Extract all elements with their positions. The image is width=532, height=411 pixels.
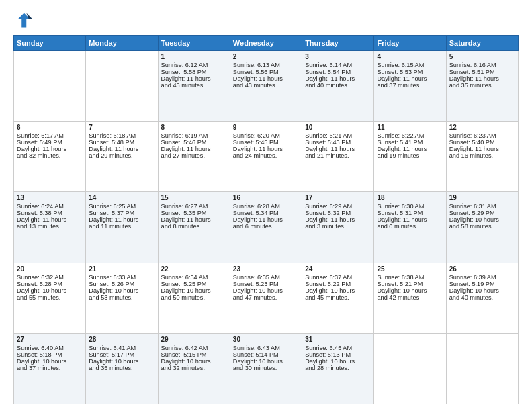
calendar-cell: 16Sunrise: 6:28 AMSunset: 5:34 PMDayligh… — [230, 192, 302, 263]
logo — [13, 11, 35, 30]
day-number: 14 — [89, 194, 154, 201]
day-detail: Sunset: 5:48 PM — [89, 139, 154, 146]
calendar-cell: 23Sunrise: 6:35 AMSunset: 5:23 PMDayligh… — [230, 263, 302, 333]
day-number: 30 — [233, 336, 299, 343]
day-detail: Daylight: 11 hours — [161, 75, 227, 82]
calendar-cell: 30Sunrise: 6:43 AMSunset: 5:14 PMDayligh… — [230, 333, 302, 404]
day-number: 13 — [17, 194, 83, 201]
day-number: 9 — [233, 124, 299, 131]
logo-icon — [13, 11, 32, 30]
day-detail: Daylight: 10 hours — [89, 358, 154, 365]
day-detail: Daylight: 11 hours — [17, 216, 83, 223]
day-detail: Sunset: 5:28 PM — [17, 281, 83, 287]
day-detail: Daylight: 11 hours — [161, 216, 227, 223]
day-detail: Sunrise: 6:31 AM — [449, 203, 515, 210]
day-detail: and 58 minutes. — [449, 223, 515, 230]
day-number: 25 — [377, 265, 443, 273]
day-detail: Daylight: 11 hours — [17, 146, 83, 152]
calendar-table: SundayMondayTuesdayWednesdayThursdayFrid… — [13, 35, 519, 404]
day-detail: Sunset: 5:37 PM — [89, 210, 154, 216]
day-detail: Sunrise: 6:43 AM — [233, 345, 299, 351]
day-detail: and 45 minutes. — [161, 82, 227, 89]
day-detail: Sunrise: 6:20 AM — [233, 132, 299, 139]
calendar-cell: 9Sunrise: 6:20 AMSunset: 5:45 PMDaylight… — [230, 122, 302, 192]
calendar-cell: 21Sunrise: 6:33 AMSunset: 5:26 PMDayligh… — [86, 263, 158, 333]
day-number: 17 — [305, 194, 371, 201]
day-detail: Sunset: 5:34 PM — [233, 210, 299, 216]
day-number: 12 — [449, 124, 515, 131]
day-detail: Daylight: 10 hours — [89, 287, 154, 294]
day-detail: Daylight: 11 hours — [233, 75, 299, 82]
day-detail: Daylight: 11 hours — [89, 216, 154, 223]
day-detail: Sunrise: 6:32 AM — [17, 274, 83, 281]
day-detail: Sunset: 5:46 PM — [161, 139, 227, 146]
calendar-cell: 5Sunrise: 6:16 AMSunset: 5:51 PMDaylight… — [446, 51, 518, 122]
calendar-cell: 7Sunrise: 6:18 AMSunset: 5:48 PMDaylight… — [86, 122, 158, 192]
day-number: 2 — [233, 53, 299, 60]
day-detail: Sunrise: 6:30 AM — [377, 203, 443, 210]
day-detail: Sunset: 5:26 PM — [89, 281, 154, 287]
day-number: 3 — [305, 53, 371, 60]
calendar-cell: 2Sunrise: 6:13 AMSunset: 5:56 PMDaylight… — [230, 51, 302, 122]
day-detail: Sunset: 5:21 PM — [377, 281, 443, 287]
day-detail: and 40 minutes. — [305, 82, 371, 89]
day-detail: and 0 minutes. — [377, 223, 443, 230]
day-detail: Sunrise: 6:41 AM — [89, 345, 154, 351]
day-number: 18 — [377, 194, 443, 201]
day-detail: Sunrise: 6:34 AM — [161, 274, 227, 281]
day-number: 8 — [161, 124, 227, 131]
day-detail: Sunset: 5:25 PM — [161, 281, 227, 287]
day-detail: Sunset: 5:15 PM — [161, 351, 227, 358]
day-detail: Sunset: 5:19 PM — [449, 281, 515, 287]
calendar-cell — [86, 51, 158, 122]
day-detail: and 28 minutes. — [305, 365, 371, 371]
day-detail: and 32 minutes. — [161, 365, 227, 371]
day-detail: Daylight: 11 hours — [449, 75, 515, 82]
day-detail: Sunset: 5:53 PM — [377, 68, 443, 75]
day-detail: and 45 minutes. — [305, 294, 371, 301]
day-detail: Sunrise: 6:15 AM — [377, 62, 443, 68]
calendar-cell: 27Sunrise: 6:40 AMSunset: 5:18 PMDayligh… — [14, 333, 86, 404]
day-detail: Sunrise: 6:25 AM — [89, 203, 154, 210]
day-detail: Daylight: 10 hours — [377, 287, 443, 294]
calendar-week-1: 1Sunrise: 6:12 AMSunset: 5:58 PMDaylight… — [14, 51, 519, 122]
day-detail: and 43 minutes. — [233, 82, 299, 89]
day-detail: and 53 minutes. — [89, 294, 154, 301]
calendar-cell: 6Sunrise: 6:17 AMSunset: 5:49 PMDaylight… — [14, 122, 86, 192]
calendar-week-4: 20Sunrise: 6:32 AMSunset: 5:28 PMDayligh… — [14, 263, 519, 333]
day-detail: and 6 minutes. — [233, 223, 299, 230]
day-detail: Sunrise: 6:33 AM — [89, 274, 154, 281]
day-detail: and 42 minutes. — [377, 294, 443, 301]
day-detail: Daylight: 11 hours — [377, 75, 443, 82]
calendar-cell: 3Sunrise: 6:14 AMSunset: 5:54 PMDaylight… — [302, 51, 374, 122]
weekday-header-sunday: Sunday — [14, 36, 86, 51]
day-number: 23 — [233, 265, 299, 273]
calendar-cell — [14, 51, 86, 122]
day-number: 26 — [449, 265, 515, 273]
day-number: 24 — [305, 265, 371, 273]
calendar-cell — [446, 333, 518, 404]
day-detail: Daylight: 10 hours — [17, 287, 83, 294]
day-detail: Daylight: 11 hours — [233, 146, 299, 152]
day-detail: Sunset: 5:18 PM — [17, 351, 83, 358]
day-detail: and 37 minutes. — [377, 82, 443, 89]
calendar-cell: 20Sunrise: 6:32 AMSunset: 5:28 PMDayligh… — [14, 263, 86, 333]
day-number: 21 — [89, 265, 154, 273]
calendar-cell: 11Sunrise: 6:22 AMSunset: 5:41 PMDayligh… — [374, 122, 446, 192]
calendar-cell: 8Sunrise: 6:19 AMSunset: 5:46 PMDaylight… — [158, 122, 230, 192]
day-detail: and 40 minutes. — [449, 294, 515, 301]
day-detail: and 13 minutes. — [17, 223, 83, 230]
day-detail: Sunrise: 6:39 AM — [449, 274, 515, 281]
day-detail: Sunrise: 6:19 AM — [161, 132, 227, 139]
day-detail: Sunrise: 6:23 AM — [449, 132, 515, 139]
day-detail: and 47 minutes. — [233, 294, 299, 301]
day-detail: Sunset: 5:38 PM — [17, 210, 83, 216]
calendar-cell: 24Sunrise: 6:37 AMSunset: 5:22 PMDayligh… — [302, 263, 374, 333]
day-detail: Sunrise: 6:14 AM — [305, 62, 371, 68]
weekday-header-tuesday: Tuesday — [158, 36, 230, 51]
header — [13, 11, 519, 30]
day-detail: Sunset: 5:23 PM — [233, 281, 299, 287]
day-detail: Daylight: 10 hours — [449, 287, 515, 294]
calendar-week-3: 13Sunrise: 6:24 AMSunset: 5:38 PMDayligh… — [14, 192, 519, 263]
day-detail: Daylight: 11 hours — [449, 146, 515, 152]
